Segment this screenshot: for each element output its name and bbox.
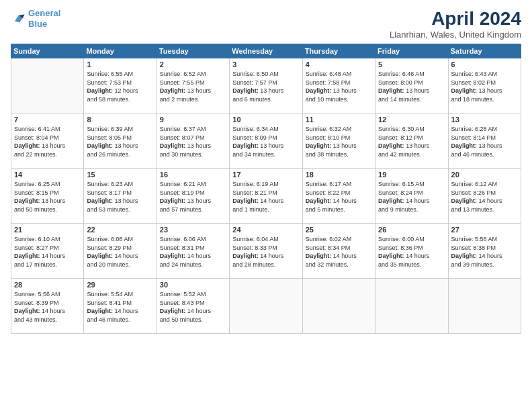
day-info-line: and 43 minutes. [14, 316, 57, 323]
day-info: Sunrise: 6:02 AMSunset: 8:34 PMDaylight:… [306, 235, 372, 269]
day-info-line: Sunrise: 6:19 AM [232, 181, 279, 187]
day-info-line: and 14 minutes. [378, 96, 421, 103]
day-number: 8 [87, 116, 153, 124]
day-info-line: Sunrise: 6:08 AM [87, 236, 133, 242]
day-number: 13 [451, 116, 518, 124]
calendar-title: April 2024 [390, 8, 521, 30]
day-info: Sunrise: 6:17 AMSunset: 8:22 PMDaylight:… [306, 180, 372, 214]
calendar-cell: 30Sunrise: 5:52 AMSunset: 8:43 PMDayligh… [157, 279, 229, 334]
day-info-line: and 30 minutes. [160, 151, 203, 158]
day-info-line: and 50 minutes. [14, 206, 57, 213]
day-info-line: Sunrise: 6:21 AM [160, 181, 206, 187]
day-number: 29 [87, 281, 153, 289]
day-info: Sunrise: 5:54 AMSunset: 8:41 PMDaylight:… [87, 290, 153, 324]
day-info-line: Daylight: 14 hours [378, 253, 429, 259]
day-info-line: Sunrise: 6:43 AM [451, 71, 498, 77]
day-info: Sunrise: 6:48 AMSunset: 7:58 PMDaylight:… [306, 70, 372, 103]
day-info-line: Daylight: 14 hours [160, 308, 211, 314]
day-info-line: Daylight: 14 hours [451, 197, 502, 204]
header-tuesday: Tuesday [157, 44, 229, 58]
day-number: 17 [232, 171, 299, 179]
day-number: 28 [14, 281, 81, 289]
day-info-line: Sunrise: 6:39 AM [87, 126, 133, 132]
day-info-line: Daylight: 13 hours [87, 197, 138, 204]
day-info-line: Sunrise: 6:55 AM [87, 71, 133, 77]
day-info-line: Sunset: 8:26 PM [451, 189, 496, 196]
header-sunday: Sunday [11, 44, 84, 58]
day-info: Sunrise: 6:39 AMSunset: 8:05 PMDaylight:… [87, 125, 153, 158]
day-info-line: Sunset: 7:57 PM [232, 79, 277, 86]
day-info-line: Daylight: 14 hours [306, 253, 357, 259]
day-info-line: Sunset: 8:21 PM [232, 189, 277, 196]
calendar-cell: 12Sunrise: 6:30 AMSunset: 8:12 PMDayligh… [375, 113, 448, 169]
logo-line2: Blue [28, 19, 47, 29]
title-block: April 2024 Llanrhian, Wales, United King… [390, 8, 521, 40]
day-info: Sunrise: 6:25 AMSunset: 8:15 PMDaylight:… [14, 180, 81, 214]
calendar-cell: 6Sunrise: 6:43 AMSunset: 8:02 PMDaylight… [448, 58, 521, 113]
header-monday: Monday [84, 44, 157, 58]
day-info-line: Sunrise: 6:48 AM [306, 71, 352, 77]
day-info-line: Sunset: 8:07 PM [160, 134, 205, 141]
calendar-week-1: 1Sunrise: 6:55 AMSunset: 7:53 PMDaylight… [11, 58, 521, 113]
day-info-line: and 46 minutes. [451, 151, 494, 158]
day-info: Sunrise: 6:21 AMSunset: 8:19 PMDaylight:… [160, 180, 226, 214]
day-info-line: Sunset: 8:38 PM [451, 244, 496, 251]
calendar-cell: 24Sunrise: 6:04 AMSunset: 8:33 PMDayligh… [230, 224, 302, 279]
logo: General Blue [11, 8, 60, 29]
day-info-line: Daylight: 14 hours [14, 308, 65, 314]
day-number: 23 [160, 226, 226, 234]
day-info-line: and 1 minute. [232, 206, 269, 213]
day-info: Sunrise: 6:52 AMSunset: 7:55 PMDaylight:… [160, 70, 226, 103]
day-info-line: Daylight: 13 hours [160, 142, 211, 149]
day-info-line: and 35 minutes. [378, 261, 421, 268]
day-info-line: Sunset: 7:55 PM [160, 79, 205, 86]
day-info: Sunrise: 6:12 AMSunset: 8:26 PMDaylight:… [451, 180, 518, 214]
day-info-line: Sunrise: 6:32 AM [306, 126, 352, 132]
day-info-line: Sunset: 8:05 PM [87, 134, 132, 141]
calendar-cell: 21Sunrise: 6:10 AMSunset: 8:27 PMDayligh… [11, 224, 84, 279]
day-info-line: Sunset: 8:00 PM [378, 79, 423, 86]
day-info-line: Sunrise: 6:06 AM [160, 236, 206, 242]
calendar-cell: 13Sunrise: 6:28 AMSunset: 8:14 PMDayligh… [448, 113, 521, 169]
day-info-line: and 13 minutes. [451, 206, 494, 213]
day-info: Sunrise: 6:15 AMSunset: 8:24 PMDaylight:… [378, 180, 445, 214]
day-info-line: Sunset: 8:22 PM [306, 189, 351, 196]
day-info-line: Sunset: 8:02 PM [451, 79, 496, 86]
day-number: 14 [14, 171, 81, 179]
day-number: 26 [378, 226, 445, 234]
day-number: 16 [160, 171, 226, 179]
day-info-line: and 57 minutes. [160, 206, 203, 213]
day-info: Sunrise: 6:37 AMSunset: 8:07 PMDaylight:… [160, 125, 226, 158]
day-info-line: Sunrise: 6:17 AM [306, 181, 352, 187]
day-number: 10 [232, 116, 299, 124]
day-info-line: Sunset: 8:33 PM [232, 244, 277, 251]
day-info-line: and 46 minutes. [87, 316, 130, 323]
day-number: 6 [451, 60, 518, 68]
day-info: Sunrise: 5:56 AMSunset: 8:39 PMDaylight:… [14, 290, 81, 324]
day-number: 3 [232, 60, 299, 68]
day-info-line: Sunrise: 5:58 AM [451, 236, 498, 242]
day-number: 15 [87, 171, 153, 179]
day-info-line: Sunrise: 6:28 AM [451, 126, 498, 132]
day-info-line: Sunset: 8:12 PM [378, 134, 423, 141]
calendar-cell: 27Sunrise: 5:58 AMSunset: 8:38 PMDayligh… [448, 224, 521, 279]
day-info-line: Daylight: 13 hours [451, 142, 502, 149]
day-info: Sunrise: 6:41 AMSunset: 8:04 PMDaylight:… [14, 125, 81, 158]
calendar-cell: 10Sunrise: 6:34 AMSunset: 8:09 PMDayligh… [230, 113, 302, 169]
day-number: 2 [160, 60, 226, 68]
day-number: 7 [14, 116, 81, 124]
day-info-line: Daylight: 14 hours [160, 253, 211, 259]
day-info-line: Sunrise: 6:15 AM [378, 181, 425, 187]
day-info: Sunrise: 6:04 AMSunset: 8:33 PMDaylight:… [232, 235, 299, 269]
day-number: 25 [306, 226, 372, 234]
day-info-line: Sunset: 8:15 PM [14, 189, 59, 196]
page-header: General Blue April 2024 Llanrhian, Wales… [11, 8, 521, 40]
calendar-cell: 19Sunrise: 6:15 AMSunset: 8:24 PMDayligh… [375, 169, 448, 224]
day-info-line: and 50 minutes. [160, 316, 203, 323]
day-info-line: Sunset: 8:19 PM [160, 189, 205, 196]
calendar-cell: 1Sunrise: 6:55 AMSunset: 7:53 PMDaylight… [84, 58, 157, 113]
day-info-line: and 53 minutes. [87, 206, 130, 213]
day-info: Sunrise: 6:06 AMSunset: 8:31 PMDaylight:… [160, 235, 226, 269]
day-info-line: and 2 minutes. [160, 96, 200, 103]
day-info-line: Daylight: 14 hours [14, 253, 65, 259]
